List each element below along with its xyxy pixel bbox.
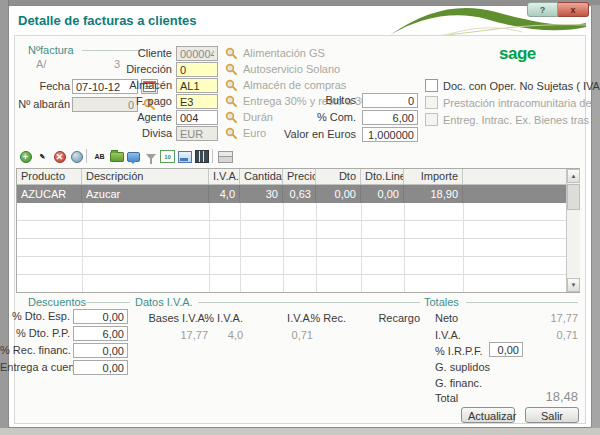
entrega-cuenta-input[interactable] [73, 360, 128, 375]
filter-icon [146, 154, 156, 160]
valor-euros-input[interactable] [362, 127, 418, 142]
view-icon [71, 151, 83, 163]
caption-buttons: ? x [527, 2, 589, 17]
total-iva-value: 0,71 [500, 328, 578, 343]
cell-producto: AZUCAR [17, 185, 82, 203]
almacen-label: Almacén [98, 78, 172, 93]
help-button[interactable]: ? [527, 2, 558, 17]
edit-icon: ✎ [40, 153, 46, 161]
search-icon[interactable] [225, 47, 238, 60]
filter-button[interactable] [143, 149, 158, 164]
column-header-dto-lineal[interactable]: Dto.Lineal [361, 169, 404, 184]
bases-iva-header: Bases I.V.A. [148, 311, 208, 326]
font-ab-icon: AB [94, 153, 104, 160]
table-header-row: Producto Descripción I.V.A. Cantidad Pre… [17, 169, 566, 185]
total-iva-label: I.V.A. [435, 328, 461, 343]
rec-financ-input[interactable] [73, 343, 128, 358]
cliente-desc: Alimentación GS [243, 46, 325, 61]
cell-extra [463, 185, 566, 203]
comment-button[interactable] [126, 149, 141, 164]
divisa-input[interactable] [176, 126, 218, 141]
direccion-input[interactable] [176, 62, 218, 77]
pct-iva-header: % I.V.A. [203, 311, 243, 326]
search-icon[interactable] [225, 111, 238, 124]
descuentos-group-label: Descuentos [28, 296, 86, 308]
dto-esp-input[interactable] [73, 309, 128, 324]
search-icon[interactable] [225, 63, 238, 76]
rec-financ-label: % Rec. financ. [0, 343, 70, 358]
almacen-input[interactable] [176, 78, 218, 93]
recargo-header: Recargo [370, 311, 420, 326]
scroll-up-button[interactable]: ▲ [567, 169, 580, 183]
close-button[interactable]: x [558, 2, 589, 17]
checkbox-entreg-intrac[interactable]: Entreg. Intrac. Ex. Bienes tras Import.E… [425, 113, 600, 126]
fpago-input[interactable] [176, 94, 218, 109]
divisa-desc: Euro [243, 126, 266, 141]
sage-invoice-window: ? x Detalle de facturas a clientes sage … [0, 0, 600, 435]
dto-pp-label: % Dto. P.P. [0, 326, 70, 341]
cell-dto-lineal: 0,00 [361, 185, 404, 203]
checkbox-label: Entreg. Intrac. Ex. Bienes tras Import.E… [443, 114, 600, 126]
comment-icon [127, 152, 140, 162]
dto-esp-label: % Dto. Esp. [0, 309, 70, 324]
actualizar-button[interactable]: Actualizar [461, 407, 515, 423]
checkbox-icon [425, 113, 438, 126]
column-header-producto[interactable]: Producto [17, 169, 82, 184]
entrega-cuenta-label: Entrega a cuenta [0, 360, 70, 375]
direccion-desc: Autoservicio Solano [243, 62, 340, 77]
search-icon[interactable] [225, 127, 238, 140]
comision-input[interactable] [362, 110, 418, 125]
column-header-iva[interactable]: I.V.A. [209, 169, 240, 184]
salir-button[interactable]: Salir [525, 407, 579, 423]
toolbar-separator [212, 149, 213, 163]
search-icon[interactable] [225, 79, 238, 92]
bultos-input[interactable] [362, 93, 418, 108]
grid-view-button[interactable] [218, 149, 233, 164]
almacen-desc: Almacén de compras [243, 78, 346, 93]
image-button[interactable] [177, 149, 192, 164]
checkbox-icon [425, 96, 438, 109]
iva-value: 0,71 [273, 328, 313, 343]
column-header-extra [463, 169, 566, 184]
checkbox-prestacion-intracomunitaria[interactable]: Prestación intracomunitaria de servicios [425, 96, 600, 109]
direccion-label: Dirección [98, 62, 172, 77]
column-header-dto[interactable]: Dto [316, 169, 361, 184]
delete-row-button[interactable]: ✕ [52, 149, 67, 164]
desktop-background-bottom [0, 428, 600, 435]
dto-pp-input[interactable] [73, 326, 128, 341]
sage-logo: sage [499, 44, 536, 64]
columns-button[interactable] [194, 149, 209, 164]
fpago-label: F. pago [98, 94, 172, 109]
checkbox-icon [425, 79, 438, 92]
column-header-descripcion[interactable]: Descripción [82, 169, 209, 184]
add-icon: + [20, 151, 32, 163]
cliente-input[interactable] [176, 46, 218, 61]
vertical-scrollbar[interactable]: ▲ ▼ [566, 169, 580, 292]
font-button[interactable]: AB [92, 149, 107, 164]
scrollbar-thumb[interactable] [567, 184, 580, 210]
agente-input[interactable] [176, 110, 218, 125]
table-row-selected[interactable]: AZUCAR Azucar 4,0 30 0,63 0,00 0,00 18,9… [17, 185, 566, 203]
view-button[interactable] [69, 149, 84, 164]
irpf-label: % I.R.P.F. [435, 344, 482, 359]
edit-row-button[interactable]: ✎ [35, 149, 50, 164]
checkbox-label: Doc. con Oper. No Sujetas ( IVA 0% ) [443, 80, 600, 92]
cell-importe: 18,90 [404, 185, 463, 203]
checkbox-doc-oper-no-sujetas[interactable]: Doc. con Oper. No Sujetas ( IVA 0% ) [425, 79, 600, 92]
column-header-cantidad[interactable]: Cantidad [240, 169, 283, 184]
search-icon[interactable] [225, 95, 238, 108]
calendar-button[interactable]: 10 [160, 149, 175, 164]
irpf-input[interactable] [489, 342, 523, 357]
column-header-importe[interactable]: Importe [404, 169, 463, 184]
column-header-precio[interactable]: Precio [283, 169, 316, 184]
open-folder-button[interactable] [109, 149, 124, 164]
invoice-lines-table: Producto Descripción I.V.A. Cantidad Pre… [16, 168, 580, 293]
add-row-button[interactable]: + [18, 149, 33, 164]
pct-iva-value: 4,0 [203, 328, 243, 343]
scroll-down-button[interactable]: ▼ [567, 278, 580, 292]
checkbox-label: Prestación intracomunitaria de servicios [443, 97, 600, 109]
comision-label: % Com. [280, 110, 356, 125]
columns-icon [195, 150, 209, 163]
agente-desc: Durán [243, 110, 273, 125]
neto-label: Neto [435, 311, 458, 326]
